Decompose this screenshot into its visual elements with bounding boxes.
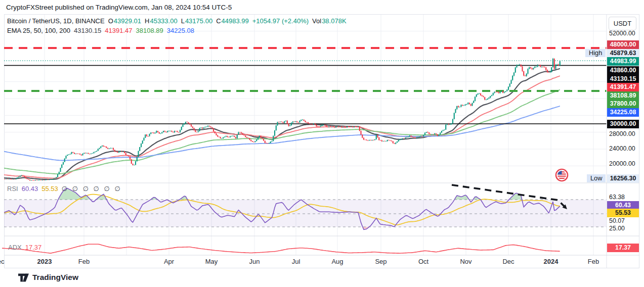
- rsi-legend: RSI 60.43 55.53 ∅ ∅ ∅ ∅ ∅ ∅: [7, 185, 122, 193]
- price-scale-badge: 37800.00: [607, 100, 639, 108]
- ema-value: 43130.15: [74, 27, 101, 34]
- candlestick-series: [2, 58, 561, 181]
- price-scale-badge: 55.53: [607, 209, 639, 217]
- ema-legend: EMA 25, 50, 100, 200 43130.1541391.47381…: [7, 27, 194, 34]
- low-value: L43175.00: [181, 17, 212, 25]
- close-value: C44983.99: [216, 17, 249, 25]
- high-value: H45333.00: [145, 17, 178, 25]
- price-scale-badge: 38108.89: [607, 91, 639, 100]
- time-axis-label: Apr: [164, 258, 174, 265]
- us-flag-icon: [555, 168, 569, 182]
- currency-toggle-button[interactable]: USDT: [609, 17, 636, 30]
- tradingview-screenshot: CryptoFXStreet published on TradingView.…: [0, 0, 644, 287]
- time-axis-label: Feb: [78, 258, 90, 265]
- time-axis-label: Sep: [375, 258, 387, 265]
- ema-label: EMA 25, 50, 100, 200: [7, 27, 70, 34]
- rsi-band: [4, 200, 607, 227]
- price-scale-badge: 34225.08: [607, 108, 639, 117]
- time-axis-label: 2023: [37, 258, 52, 265]
- price-scale-badge: 45879.63: [607, 49, 639, 58]
- time-axis-label: 2024: [544, 258, 559, 265]
- price-scale-badge: 16256.30: [607, 174, 639, 183]
- rsi-label: RSI: [7, 185, 18, 193]
- time-axis[interactable]: Dec2023FebAprMayJunJulAugSepOctNovDec202…: [0, 255, 607, 268]
- time-axis-label: May: [205, 258, 218, 265]
- price-scale-badge: 43130.15: [607, 75, 639, 83]
- time-axis-label: Nov: [460, 258, 471, 265]
- time-axis-label: Dec: [502, 258, 514, 265]
- time-axis-label: Feb: [588, 258, 599, 265]
- symbol-legend: Bitcoin / TetherUS, 1D, BINANCE O43929.0…: [7, 17, 347, 25]
- volume-value: Vol38.078K: [312, 17, 347, 25]
- footer-brand[interactable]: TradingView: [18, 273, 78, 282]
- chart-canvas[interactable]: [0, 0, 644, 287]
- rsi-ma-value: 55.53: [41, 185, 58, 193]
- high-marker-label: High: [585, 49, 606, 57]
- low-marker-label: Low: [587, 174, 606, 182]
- time-axis-label: Aug: [331, 258, 343, 265]
- change-value: +1054.97 (+2.40%): [252, 17, 309, 25]
- time-axis-label: Oct: [418, 258, 428, 265]
- adx-line: [2, 244, 560, 253]
- adx-label: ADX: [8, 244, 22, 251]
- ema-value: 41391.47: [105, 27, 132, 34]
- price-scale-badge: 17.37: [607, 244, 639, 252]
- rsi-value: 60.43: [22, 185, 38, 193]
- ema-value: 38108.89: [136, 27, 163, 34]
- time-axis-label: Dec: [0, 258, 5, 265]
- price-scale-tick: 63.38: [609, 193, 639, 201]
- price-scale-tick: 52000.00: [609, 29, 639, 37]
- tradingview-logo-icon: [18, 273, 29, 282]
- time-axis-label: Jun: [249, 258, 260, 265]
- price-scale-tick: 28000.00: [609, 130, 639, 138]
- empty-series-icons: ∅ ∅ ∅ ∅ ∅ ∅: [62, 185, 122, 193]
- price-scale-tick: 24000.00: [609, 145, 639, 153]
- ema-100-line: [2, 90, 560, 174]
- price-scale-badge: 44983.99: [607, 57, 639, 66]
- price-scale-badge: 30000.00: [607, 120, 639, 128]
- adx-legend: ADX 17.37: [8, 244, 41, 251]
- ema-values: 43130.1541391.4738108.8934225.08: [74, 27, 194, 34]
- open-value: O43929.01: [108, 17, 141, 25]
- adx-value: 17.37: [25, 244, 42, 251]
- price-scale-tick: 20000.00: [609, 160, 639, 168]
- price-scale-badge: 48000.00: [607, 40, 639, 49]
- price-scale-badge: 41391.47: [607, 83, 639, 91]
- time-axis-label: Jul: [292, 258, 300, 265]
- price-scale-tick: 50.07: [609, 217, 639, 225]
- ema-value: 34225.08: [167, 27, 194, 34]
- price-scale-tick: 25.00: [609, 224, 639, 232]
- price-scale-badge: 43860.00: [607, 66, 639, 75]
- symbol-title: Bitcoin / TetherUS, 1D, BINANCE: [7, 17, 105, 25]
